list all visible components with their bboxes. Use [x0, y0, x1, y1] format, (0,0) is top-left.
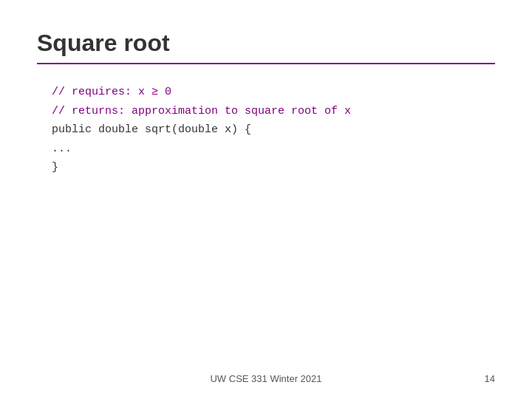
footer: UW CSE 331 Winter 2021 14 — [0, 373, 532, 384]
code-line-1: // requires: x ≥ 0 — [52, 83, 495, 102]
slide: Square root // requires: x ≥ 0 // return… — [0, 0, 532, 399]
title-divider — [37, 63, 495, 64]
code-block: // requires: x ≥ 0 // returns: approxima… — [37, 83, 495, 177]
code-line-5: } — [52, 158, 495, 177]
footer-page-number: 14 — [485, 373, 495, 384]
slide-title: Square root — [37, 30, 495, 57]
footer-course: UW CSE 331 Winter 2021 — [0, 373, 532, 384]
code-line-3: public double sqrt(double x) { — [52, 120, 495, 140]
title-section: Square root — [37, 30, 495, 64]
code-line-4: ... — [52, 140, 495, 159]
code-line-2: // returns: approximation to square root… — [52, 102, 495, 121]
